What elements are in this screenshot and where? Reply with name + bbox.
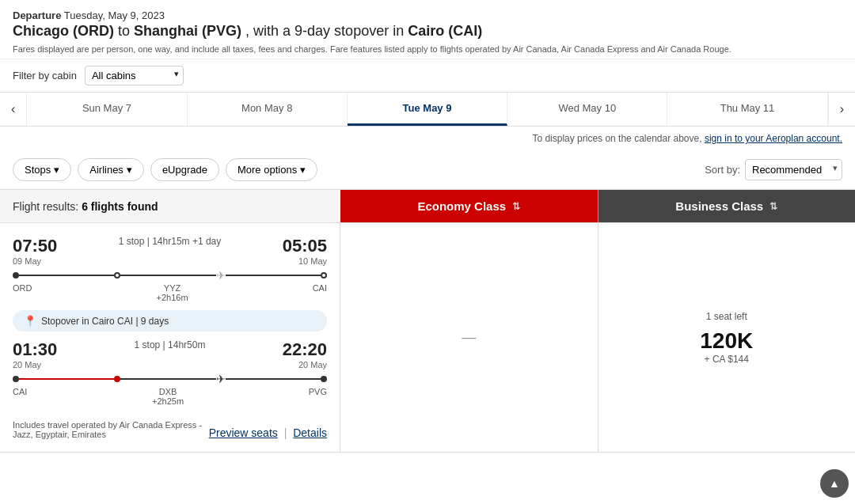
- business-sort-icon: ⇅: [770, 201, 777, 212]
- economy-sort-icon: ⇅: [512, 201, 520, 212]
- layover-code-leg2: DXB: [159, 387, 177, 396]
- dep-time-block-leg2: 01:30 20 May: [13, 339, 57, 369]
- route-to-prefix: to: [118, 23, 134, 39]
- calendar-prev-arrow[interactable]: ‹: [0, 93, 27, 126]
- more-options-filter-label: More options: [238, 164, 297, 176]
- calendar-nav: ‹ Sun May 7 Mon May 8 Tue May 9 Wed May …: [0, 92, 855, 127]
- route-middle: , with a 9-day stopover in: [245, 23, 404, 39]
- header: Departure Tuesday, May 9, 2023 Chicago (…: [0, 0, 855, 59]
- flight-leg-1: 07:50 09 May 1 stop | 14hr15m +1 day 05:…: [13, 236, 327, 302]
- calendar-day-sun[interactable]: Sun May 7: [27, 93, 187, 126]
- calendar-next-arrow[interactable]: ›: [828, 93, 855, 126]
- departure-time: 07:50: [13, 236, 57, 256]
- departure-date-leg2: 20 May: [13, 360, 57, 369]
- sort-select[interactable]: Recommended Price Duration: [745, 159, 842, 180]
- economy-class-header[interactable]: Economy Class ⇅: [340, 190, 598, 222]
- route-seg-3: [226, 275, 321, 276]
- seats-left-label: 1 seat left: [706, 311, 747, 322]
- more-options-arrow: ▾: [300, 164, 306, 176]
- stopover-text: Stopover in Cairo CAI | 9 days: [41, 316, 169, 327]
- stop-dot-leg1: [114, 272, 120, 279]
- calendar-day-thu[interactable]: Thu May 11: [667, 93, 827, 126]
- stopover-box: 📍 Stopover in Cairo CAI | 9 days: [13, 310, 327, 332]
- economy-price-cell: —: [340, 223, 598, 452]
- departure-date: Tuesday, May 9, 2023: [64, 9, 165, 21]
- arr-airport-leg1: CAI: [313, 283, 327, 302]
- arrival-date-leg1: 10 May: [283, 256, 327, 266]
- fare-note: Fares displayed are per person, one way,…: [13, 44, 842, 54]
- route-stopover: Cairo (CAI): [408, 23, 482, 39]
- arr-dot-leg2: [321, 376, 327, 382]
- results-title-text: Flight results:: [13, 200, 78, 213]
- arrival-date-leg2: 20 May: [283, 360, 327, 369]
- dep-airport-leg2: CAI: [13, 387, 27, 406]
- arr-time-block-leg2: 22:20 20 May: [283, 339, 327, 369]
- dep-time-block: 07:50 09 May: [13, 236, 57, 266]
- route-to: Shanghai (PVG): [134, 23, 241, 39]
- dep-dot-leg2: [13, 376, 19, 382]
- bottom-row: Includes travel operated by Air Canada E…: [13, 414, 327, 439]
- airport-labels-leg1: ORD YYZ +2h16m CAI: [13, 283, 327, 302]
- results-header: Flight results: 6 flights found Economy …: [0, 189, 855, 223]
- details-link[interactable]: Details: [293, 426, 327, 439]
- route-from: Chicago (ORD): [13, 23, 114, 39]
- aeroplan-sign-in-link[interactable]: sign in to your Aeroplan account.: [705, 133, 842, 144]
- calendar-day-mon[interactable]: Mon May 8: [188, 93, 348, 126]
- airlines-filter-label: Airlines: [89, 164, 124, 176]
- more-options-filter-button[interactable]: More options ▾: [226, 158, 317, 181]
- filter-cabin-label: Filter by cabin: [13, 70, 77, 81]
- route-seg-1: [19, 275, 114, 276]
- aeroplan-note-text: To display prices on the calendar above,: [532, 133, 701, 144]
- airport-labels-leg2: CAI DXB +2h25m PVG: [13, 387, 327, 406]
- layover-code-leg1: YYZ: [164, 283, 180, 293]
- stopover-icon: 📍: [24, 315, 36, 327]
- sort-select-wrap: Recommended Price Duration: [745, 159, 842, 180]
- results-count: 6 flights found: [82, 200, 158, 213]
- stops-filter-label: Stops: [25, 164, 51, 176]
- eupgrade-filter-label: eUpgrade: [162, 164, 207, 176]
- arr-airport-leg2: PVG: [309, 387, 327, 406]
- layover-airport-leg1: YYZ +2h16m: [32, 283, 312, 302]
- business-class-label: Business Class: [675, 199, 763, 213]
- departure-time-leg2: 01:30: [13, 339, 57, 360]
- flight-middle-leg2: 1 stop | 14hr50m: [57, 339, 282, 354]
- economy-class-label: Economy Class: [417, 199, 506, 213]
- route-seg-2: [120, 275, 215, 276]
- route-seg-5: [120, 378, 215, 380]
- arr-dot-leg1: [321, 272, 327, 279]
- airlines-filter-arrow: ▾: [127, 164, 132, 176]
- route-seg-6: [226, 378, 321, 380]
- filter-cabin-select[interactable]: All cabins Economy Class Business Class …: [85, 66, 184, 85]
- stop-dot-leg2: [114, 376, 120, 382]
- calendar-day-wed[interactable]: Wed May 10: [507, 93, 667, 126]
- stops-info-leg1: 1 stop | 14hr15m +1 day: [65, 236, 274, 247]
- airlines-filter-button[interactable]: Airlines ▾: [78, 158, 144, 181]
- dep-dot-leg1: [13, 272, 19, 279]
- flight-middle-leg1: 1 stop | 14hr15m +1 day: [57, 236, 282, 250]
- includes-note: Includes travel operated by Air Canada E…: [13, 420, 209, 439]
- business-class-header[interactable]: Business Class ⇅: [598, 190, 856, 222]
- flight-info: 07:50 09 May 1 stop | 14hr15m +1 day 05:…: [0, 223, 340, 452]
- route-seg-4: [19, 378, 114, 380]
- stops-filter-button[interactable]: Stops ▾: [13, 158, 71, 181]
- sort-label: Sort by:: [705, 164, 740, 176]
- business-cash: + CA $144: [705, 354, 749, 365]
- flight-card: 07:50 09 May 1 stop | 14hr15m +1 day 05:…: [0, 223, 855, 453]
- eupgrade-filter-button[interactable]: eUpgrade: [150, 158, 219, 181]
- sort-area: Sort by: Recommended Price Duration: [705, 159, 842, 180]
- business-price-cell: 1 seat left 120K + CA $144: [598, 223, 856, 452]
- plane-icon-leg1: ✈: [216, 269, 226, 282]
- business-points: 120K: [700, 328, 753, 354]
- route-line: Chicago (ORD) to Shanghai (PVG) , with a…: [13, 23, 842, 40]
- preview-seats-link[interactable]: Preview seats: [209, 426, 278, 439]
- calendar-day-tue[interactable]: Tue May 9: [348, 93, 507, 126]
- action-links: Preview seats | Details: [209, 426, 327, 439]
- plane-icon-leg2: ✈: [216, 373, 226, 385]
- economy-dash: —: [462, 329, 476, 346]
- results-title: Flight results: 6 flights found: [0, 190, 340, 222]
- aeroplan-note: To display prices on the calendar above,…: [0, 127, 855, 150]
- departure-label: Departure Tuesday, May 9, 2023: [13, 9, 842, 21]
- departure-date-leg1: 09 May: [13, 256, 57, 266]
- flight-leg-2: 01:30 20 May 1 stop | 14hr50m 22:20 20 M…: [13, 339, 327, 406]
- arr-time-block: 05:05 10 May: [283, 236, 327, 266]
